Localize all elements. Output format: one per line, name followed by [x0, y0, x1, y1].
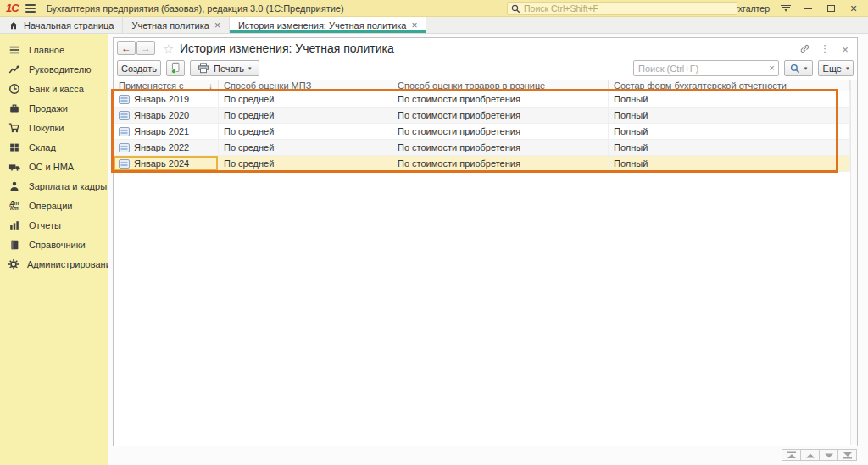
cell-mpz[interactable]: По средней [219, 108, 392, 124]
tabbar: Начальная страница Учетная политика × Ис… [0, 17, 868, 34]
global-search-field[interactable] [524, 3, 733, 14]
table-search-input[interactable] [633, 60, 779, 76]
cell-forms[interactable]: Полный [609, 140, 850, 156]
favorite-star-icon[interactable]: ☆ [163, 42, 174, 57]
cell-period-current[interactable]: Январь 2024 [114, 156, 219, 172]
search-options-button[interactable]: ▾ [784, 60, 813, 76]
sidebar-item-label: Справочники [29, 240, 86, 250]
record-icon [119, 159, 130, 169]
sidebar-item-label: Склад [29, 142, 56, 152]
minimize-button[interactable] [802, 3, 814, 14]
person-icon [8, 180, 21, 193]
sidebar-item-fixed-assets[interactable]: ОС и НМА [0, 157, 108, 176]
create-copy-button[interactable] [166, 60, 185, 76]
restore-button[interactable] [825, 3, 837, 14]
record-icon [119, 95, 130, 104]
service-menu-icon[interactable]: ▾ [781, 5, 791, 12]
search-clear-icon[interactable]: × [765, 61, 778, 74]
sidebar-item-manager[interactable]: Руководителю [0, 59, 108, 79]
tab-label: История изменения: Учетная политика [238, 20, 407, 30]
sidebar-item-bank-cash[interactable]: Банк и касса [0, 79, 108, 98]
cart-icon [8, 121, 21, 135]
cell-forms[interactable]: Полный [609, 91, 850, 108]
table-row-selected[interactable]: Январь 2024 По средней По стоимости прио… [114, 156, 850, 172]
cell-retail[interactable]: По стоимости приобретения [392, 156, 609, 172]
sidebar: Главное Руководителю Банк и касса Продаж… [0, 34, 108, 465]
scroll-last-button[interactable] [837, 449, 857, 461]
scroll-first-button[interactable] [782, 449, 801, 461]
main-menu-icon[interactable] [25, 4, 36, 13]
table-header-row: Применяется с ↓ Способ оценки МПЗ Способ… [114, 80, 850, 91]
scroll-up-button[interactable] [800, 449, 820, 461]
gear-icon [8, 257, 19, 271]
forward-button[interactable]: → [136, 41, 155, 55]
table-scrollbar[interactable] [850, 80, 857, 445]
column-header-mpz[interactable]: Способ оценки МПЗ [219, 80, 392, 91]
form-toolbar: Создать Печать ▾ × [115, 60, 855, 79]
cell-mpz[interactable]: По средней [219, 140, 392, 156]
form-nav-row: ← → ☆ История изменения: Учетная политик… [115, 41, 855, 59]
cell-mpz[interactable]: По средней [219, 156, 392, 172]
cell-period[interactable]: Январь 2022 [114, 140, 219, 156]
cell-period[interactable]: Январь 2019 [114, 91, 219, 108]
main-area: ← → ☆ История изменения: Учетная политик… [108, 34, 868, 465]
back-button[interactable]: ← [117, 41, 136, 55]
cell-retail[interactable]: По стоимости приобретения [392, 124, 609, 140]
cell-forms[interactable]: Полный [609, 156, 850, 172]
record-icon [119, 127, 130, 136]
sidebar-item-main[interactable]: Главное [0, 40, 108, 59]
sidebar-item-label: Руководителю [29, 64, 91, 75]
tab-accounting-policy[interactable]: Учетная политика × [123, 17, 229, 33]
sidebar-item-reports[interactable]: Отчеты [0, 215, 108, 235]
table-row[interactable]: Январь 2021 По средней По стоимости прио… [114, 124, 850, 140]
form-close-button[interactable]: × [835, 43, 855, 56]
cell-retail[interactable]: По стоимости приобретения [392, 108, 609, 124]
sidebar-item-label: Продажи [29, 103, 68, 113]
get-link-icon[interactable] [794, 43, 815, 56]
sidebar-item-sales[interactable]: Продажи [0, 98, 108, 118]
table-row[interactable]: Январь 2020 По средней По стоимости прио… [114, 108, 850, 124]
cell-retail[interactable]: По стоимости приобретения [392, 91, 609, 108]
table-row[interactable]: Январь 2022 По средней По стоимости прио… [114, 140, 850, 156]
global-search-input[interactable] [507, 2, 737, 15]
cell-period[interactable]: Январь 2020 [114, 108, 219, 124]
tab-close-icon[interactable]: × [214, 20, 220, 30]
create-button[interactable]: Создать [117, 60, 161, 76]
tab-label: Учетная политика [131, 20, 209, 30]
scroll-down-button[interactable] [819, 449, 838, 461]
tab-close-icon[interactable]: × [411, 20, 417, 30]
sidebar-item-purchases[interactable]: Покупки [0, 118, 108, 137]
record-icon [119, 143, 130, 152]
cell-forms[interactable]: Полный [609, 124, 850, 140]
cell-mpz[interactable]: По средней [219, 124, 392, 140]
more-dots-icon[interactable]: ⋮ [815, 43, 835, 56]
print-label: Печать [214, 64, 244, 74]
tab-home[interactable]: Начальная страница [0, 17, 123, 33]
cell-period[interactable]: Январь 2021 [114, 124, 219, 140]
print-button[interactable]: Печать ▾ [190, 60, 259, 76]
chevron-down-icon: ▾ [248, 65, 252, 72]
sidebar-item-administration[interactable]: Администрирование [0, 254, 108, 274]
sidebar-item-operations[interactable]: ДтКт Операции [0, 196, 108, 215]
table-row[interactable]: Январь 2019 По средней По стоимости прио… [114, 91, 850, 108]
cell-retail[interactable]: По стоимости приобретения [392, 140, 609, 156]
sidebar-item-warehouse[interactable]: Склад [0, 137, 108, 157]
more-label: Еще [823, 64, 842, 74]
cell-forms[interactable]: Полный [609, 108, 850, 124]
magnifier-icon [790, 64, 800, 74]
truck-icon [8, 160, 21, 174]
sidebar-item-salary-hr[interactable]: Зарплата и кадры [0, 176, 108, 196]
page-title: История изменения: Учетная политика [180, 42, 394, 55]
close-window-button[interactable]: × [848, 3, 860, 14]
cell-mpz[interactable]: По средней [219, 91, 392, 108]
column-header-period[interactable]: Применяется с ↓ [114, 80, 219, 91]
chevron-down-icon: ▾ [804, 65, 808, 72]
1c-logo: 1С [6, 2, 19, 14]
app-title: Бухгалтерия предприятия (базовая), редак… [47, 3, 344, 14]
column-header-forms[interactable]: Состав форм бухгалтерской отчетности [609, 80, 850, 91]
tab-history-accounting-policy[interactable]: История изменения: Учетная политика × [230, 17, 427, 33]
more-button[interactable]: Еще ▾ [818, 60, 854, 76]
copy-document-icon [170, 62, 181, 75]
sidebar-item-directories[interactable]: Справочники [0, 235, 108, 254]
column-header-retail[interactable]: Способ оценки товаров в рознице [392, 80, 609, 91]
